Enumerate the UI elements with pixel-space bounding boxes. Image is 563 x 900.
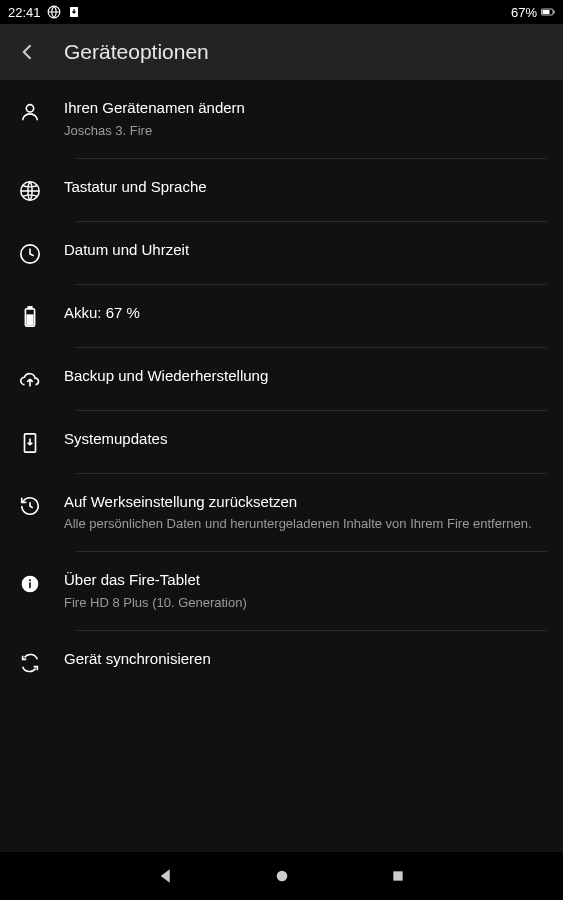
svg-rect-16 (393, 871, 402, 880)
svg-rect-4 (554, 11, 555, 14)
setting-keyboard-language[interactable]: Tastatur und Sprache (0, 159, 563, 221)
setting-title: Akku: 67 % (64, 303, 547, 323)
setting-title: Auf Werkseinstellung zurücksetzen (64, 492, 547, 512)
svg-rect-3 (543, 10, 550, 14)
svg-rect-10 (27, 315, 33, 324)
setting-title: Gerät synchronisieren (64, 649, 547, 669)
setting-factory-reset[interactable]: Auf Werkseinstellung zurücksetzen Alle p… (0, 474, 563, 552)
setting-sync-device[interactable]: Gerät synchronisieren (0, 631, 563, 693)
nav-back-button[interactable] (156, 866, 176, 886)
person-icon (18, 100, 42, 124)
setting-about-tablet[interactable]: Über das Fire-Tablet Fire HD 8 Plus (10.… (0, 552, 563, 630)
system-update-icon (18, 431, 42, 455)
svg-point-13 (29, 580, 31, 582)
clock-icon (18, 242, 42, 266)
setting-title: Über das Fire-Tablet (64, 570, 547, 590)
nav-home-button[interactable] (272, 866, 292, 886)
cloud-upload-icon (18, 368, 42, 392)
restore-icon (18, 494, 42, 518)
setting-subtitle: Joschas 3. Fire (64, 122, 547, 140)
nav-recents-button[interactable] (388, 866, 408, 886)
globe-status-icon (47, 5, 61, 19)
setting-system-updates[interactable]: Systemupdates (0, 411, 563, 473)
setting-subtitle: Alle persönlichen Daten und heruntergela… (64, 515, 547, 533)
status-bar: 22:41 67% (0, 0, 563, 24)
back-button[interactable] (16, 40, 40, 64)
status-time: 22:41 (8, 5, 41, 20)
svg-rect-14 (29, 583, 31, 589)
setting-subtitle: Fire HD 8 Plus (10. Generation) (64, 594, 547, 612)
setting-title: Ihren Gerätenamen ändern (64, 98, 547, 118)
svg-point-5 (26, 105, 33, 112)
svg-rect-9 (28, 307, 32, 309)
navigation-bar (0, 852, 563, 900)
setting-backup-restore[interactable]: Backup und Wiederherstellung (0, 348, 563, 410)
info-icon (18, 572, 42, 596)
settings-list: Ihren Gerätenamen ändern Joschas 3. Fire… (0, 80, 563, 852)
download-status-icon (67, 5, 81, 19)
setting-title: Tastatur und Sprache (64, 177, 547, 197)
page-title: Geräteoptionen (64, 40, 209, 64)
setting-battery[interactable]: Akku: 67 % (0, 285, 563, 347)
battery-icon (18, 305, 42, 329)
battery-icon (541, 5, 555, 19)
svg-point-15 (276, 871, 287, 882)
header: Geräteoptionen (0, 24, 563, 80)
setting-date-time[interactable]: Datum und Uhrzeit (0, 222, 563, 284)
sync-icon (18, 651, 42, 675)
setting-title: Datum und Uhrzeit (64, 240, 547, 260)
setting-title: Backup und Wiederherstellung (64, 366, 547, 386)
globe-icon (18, 179, 42, 203)
battery-percentage: 67% (511, 5, 537, 20)
setting-title: Systemupdates (64, 429, 547, 449)
setting-device-name[interactable]: Ihren Gerätenamen ändern Joschas 3. Fire (0, 80, 563, 158)
